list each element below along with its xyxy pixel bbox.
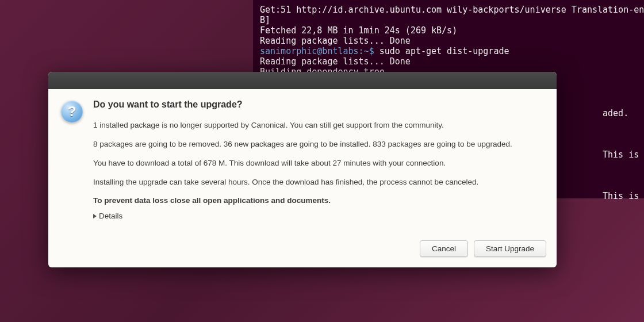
term-line: This is discoura <box>597 191 644 201</box>
term-line: This is discoura <box>597 150 644 160</box>
dialog-text-download: You have to download a total of 678 M. T… <box>93 158 544 169</box>
dialog-text-duration: Installing the upgrade can take several … <box>93 177 544 188</box>
upgrade-dialog: ? Do you want to start the upgrade? 1 in… <box>48 72 557 267</box>
term-line: Get:51 http://id.archive.ubuntu.com wily… <box>260 5 644 15</box>
term-line: aded. <box>603 108 628 118</box>
dialog-heading: Do you want to start the upgrade? <box>93 99 544 110</box>
term-line: Reading package lists... Done <box>260 36 411 46</box>
dialog-titlebar[interactable] <box>48 72 557 89</box>
term-line: Fetched 22,8 MB in 1min 24s (269 kB/s) <box>260 25 457 36</box>
term-line: B] <box>260 15 270 25</box>
cancel-button[interactable]: Cancel <box>420 240 468 257</box>
dialog-text-changes: 8 packages are going to be removed. 36 n… <box>93 139 544 150</box>
details-expander[interactable]: Details <box>93 212 122 220</box>
dialog-text-unsupported: 1 installed package is no longer support… <box>93 120 544 131</box>
question-icon: ? <box>61 101 83 122</box>
term-prompt: sanimorphic@bntlabs:~$ <box>260 46 379 56</box>
details-label: Details <box>99 212 122 220</box>
term-line: Reading package lists... Done <box>260 56 411 67</box>
start-upgrade-button[interactable]: Start Upgrade <box>474 240 546 257</box>
term-command: sudo apt-get dist-upgrade <box>379 46 509 56</box>
dialog-text-warning: To prevent data loss close all open appl… <box>93 196 544 205</box>
chevron-right-icon <box>93 214 97 218</box>
